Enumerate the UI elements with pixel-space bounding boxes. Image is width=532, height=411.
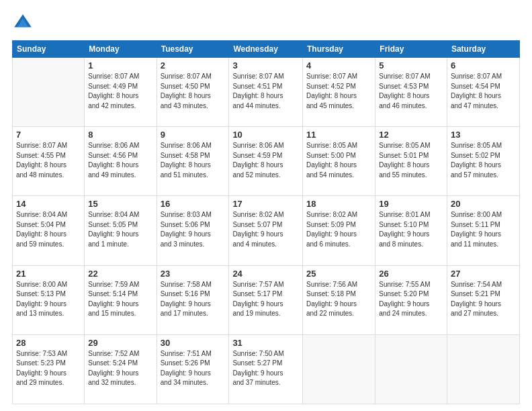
day-number: 29 <box>88 338 152 348</box>
calendar-cell: 31Sunrise: 7:50 AM Sunset: 5:27 PM Dayli… <box>229 334 303 404</box>
calendar-cell: 22Sunrise: 7:59 AM Sunset: 5:14 PM Dayli… <box>85 265 157 334</box>
cell-content: Sunrise: 7:51 AM Sunset: 5:26 PM Dayligh… <box>161 349 226 388</box>
calendar-cell: 2Sunrise: 8:07 AM Sunset: 4:50 PM Daylig… <box>157 58 229 127</box>
day-number: 23 <box>161 269 226 279</box>
cell-content: Sunrise: 8:06 AM Sunset: 4:59 PM Dayligh… <box>232 141 299 180</box>
day-number: 31 <box>232 338 299 348</box>
day-number: 11 <box>306 130 371 140</box>
cell-content: Sunrise: 8:00 AM Sunset: 5:11 PM Dayligh… <box>451 210 516 249</box>
calendar-cell: 24Sunrise: 7:57 AM Sunset: 5:17 PM Dayli… <box>229 265 303 334</box>
calendar-cell: 20Sunrise: 8:00 AM Sunset: 5:11 PM Dayli… <box>447 196 519 265</box>
calendar-cell: 3Sunrise: 8:07 AM Sunset: 4:51 PM Daylig… <box>229 58 303 127</box>
calendar-cell: 23Sunrise: 7:58 AM Sunset: 5:16 PM Dayli… <box>157 265 229 334</box>
week-row-2: 14Sunrise: 8:04 AM Sunset: 5:04 PM Dayli… <box>13 196 520 265</box>
cell-content: Sunrise: 7:55 AM Sunset: 5:20 PM Dayligh… <box>379 280 443 319</box>
calendar-cell: 25Sunrise: 7:56 AM Sunset: 5:18 PM Dayli… <box>302 265 375 334</box>
cell-content: Sunrise: 8:07 AM Sunset: 4:50 PM Dayligh… <box>161 72 226 111</box>
cell-content: Sunrise: 8:02 AM Sunset: 5:09 PM Dayligh… <box>306 210 371 249</box>
day-number: 17 <box>232 199 299 209</box>
day-number: 26 <box>379 269 443 279</box>
week-row-3: 21Sunrise: 8:00 AM Sunset: 5:13 PM Dayli… <box>13 265 520 334</box>
day-number: 2 <box>161 60 226 71</box>
calendar-cell: 30Sunrise: 7:51 AM Sunset: 5:26 PM Dayli… <box>157 334 229 404</box>
calendar-cell: 10Sunrise: 8:06 AM Sunset: 4:59 PM Dayli… <box>229 127 303 196</box>
header-monday: Monday <box>85 41 157 58</box>
day-number: 14 <box>16 199 81 209</box>
calendar-cell: 18Sunrise: 8:02 AM Sunset: 5:09 PM Dayli… <box>302 196 375 265</box>
calendar-cell: 14Sunrise: 8:04 AM Sunset: 5:04 PM Dayli… <box>13 196 85 265</box>
header-wednesday: Wednesday <box>229 41 303 58</box>
cell-content: Sunrise: 8:06 AM Sunset: 4:56 PM Dayligh… <box>88 141 152 180</box>
logo <box>12 12 36 34</box>
cell-content: Sunrise: 7:53 AM Sunset: 5:23 PM Dayligh… <box>16 349 81 388</box>
day-number: 25 <box>306 269 371 279</box>
page-header <box>12 12 520 34</box>
calendar-cell: 8Sunrise: 8:06 AM Sunset: 4:56 PM Daylig… <box>85 127 157 196</box>
header-thursday: Thursday <box>302 41 375 58</box>
header-friday: Friday <box>375 41 447 58</box>
week-row-1: 7Sunrise: 8:07 AM Sunset: 4:55 PM Daylig… <box>13 127 520 196</box>
day-number: 15 <box>88 199 152 209</box>
cell-content: Sunrise: 8:06 AM Sunset: 4:58 PM Dayligh… <box>161 141 226 180</box>
calendar-cell <box>302 334 375 404</box>
cell-content: Sunrise: 7:59 AM Sunset: 5:14 PM Dayligh… <box>88 280 152 319</box>
calendar-cell: 17Sunrise: 8:02 AM Sunset: 5:07 PM Dayli… <box>229 196 303 265</box>
header-saturday: Saturday <box>447 41 519 58</box>
day-number: 24 <box>232 269 299 279</box>
cell-content: Sunrise: 7:52 AM Sunset: 5:24 PM Dayligh… <box>88 349 152 388</box>
calendar-header-row: SundayMondayTuesdayWednesdayThursdayFrid… <box>13 41 520 58</box>
calendar-cell: 21Sunrise: 8:00 AM Sunset: 5:13 PM Dayli… <box>13 265 85 334</box>
day-number: 3 <box>232 60 299 71</box>
day-number: 18 <box>306 199 371 209</box>
cell-content: Sunrise: 8:05 AM Sunset: 5:01 PM Dayligh… <box>379 141 443 180</box>
cell-content: Sunrise: 8:00 AM Sunset: 5:13 PM Dayligh… <box>16 280 81 319</box>
calendar-cell: 15Sunrise: 8:04 AM Sunset: 5:05 PM Dayli… <box>85 196 157 265</box>
day-number: 22 <box>88 269 152 279</box>
cell-content: Sunrise: 7:54 AM Sunset: 5:21 PM Dayligh… <box>451 280 516 319</box>
calendar-cell: 7Sunrise: 8:07 AM Sunset: 4:55 PM Daylig… <box>13 127 85 196</box>
day-number: 4 <box>306 60 371 71</box>
calendar-cell: 6Sunrise: 8:07 AM Sunset: 4:54 PM Daylig… <box>447 58 519 127</box>
cell-content: Sunrise: 8:01 AM Sunset: 5:10 PM Dayligh… <box>379 210 443 249</box>
day-number: 8 <box>88 130 152 140</box>
cell-content: Sunrise: 8:07 AM Sunset: 4:52 PM Dayligh… <box>306 72 371 111</box>
cell-content: Sunrise: 7:58 AM Sunset: 5:16 PM Dayligh… <box>161 280 226 319</box>
cell-content: Sunrise: 8:04 AM Sunset: 5:05 PM Dayligh… <box>88 210 152 249</box>
cell-content: Sunrise: 8:03 AM Sunset: 5:06 PM Dayligh… <box>161 210 226 249</box>
cell-content: Sunrise: 7:50 AM Sunset: 5:27 PM Dayligh… <box>232 349 299 388</box>
day-number: 27 <box>451 269 516 279</box>
day-number: 13 <box>451 130 516 140</box>
cell-content: Sunrise: 8:04 AM Sunset: 5:04 PM Dayligh… <box>16 210 81 249</box>
cell-content: Sunrise: 8:07 AM Sunset: 4:53 PM Dayligh… <box>379 72 443 111</box>
day-number: 6 <box>451 60 516 71</box>
day-number: 20 <box>451 199 516 209</box>
calendar-cell: 27Sunrise: 7:54 AM Sunset: 5:21 PM Dayli… <box>447 265 519 334</box>
calendar-table: SundayMondayTuesdayWednesdayThursdayFrid… <box>12 40 520 404</box>
calendar-cell: 16Sunrise: 8:03 AM Sunset: 5:06 PM Dayli… <box>157 196 229 265</box>
calendar-cell: 29Sunrise: 7:52 AM Sunset: 5:24 PM Dayli… <box>85 334 157 404</box>
calendar-cell: 12Sunrise: 8:05 AM Sunset: 5:01 PM Dayli… <box>375 127 447 196</box>
day-number: 12 <box>379 130 443 140</box>
cell-content: Sunrise: 8:05 AM Sunset: 5:02 PM Dayligh… <box>451 141 516 180</box>
calendar-cell: 9Sunrise: 8:06 AM Sunset: 4:58 PM Daylig… <box>157 127 229 196</box>
calendar-cell: 11Sunrise: 8:05 AM Sunset: 5:00 PM Dayli… <box>302 127 375 196</box>
calendar-cell: 13Sunrise: 8:05 AM Sunset: 5:02 PM Dayli… <box>447 127 519 196</box>
day-number: 9 <box>161 130 226 140</box>
calendar-cell: 5Sunrise: 8:07 AM Sunset: 4:53 PM Daylig… <box>375 58 447 127</box>
week-row-4: 28Sunrise: 7:53 AM Sunset: 5:23 PM Dayli… <box>13 334 520 404</box>
cell-content: Sunrise: 8:07 AM Sunset: 4:55 PM Dayligh… <box>16 141 81 180</box>
calendar-cell: 26Sunrise: 7:55 AM Sunset: 5:20 PM Dayli… <box>375 265 447 334</box>
cell-content: Sunrise: 7:56 AM Sunset: 5:18 PM Dayligh… <box>306 280 371 319</box>
day-number: 28 <box>16 338 81 348</box>
logo-icon <box>12 12 34 34</box>
calendar-cell: 28Sunrise: 7:53 AM Sunset: 5:23 PM Dayli… <box>13 334 85 404</box>
day-number: 1 <box>88 60 152 71</box>
day-number: 21 <box>16 269 81 279</box>
cell-content: Sunrise: 8:02 AM Sunset: 5:07 PM Dayligh… <box>232 210 299 249</box>
calendar-cell <box>375 334 447 404</box>
day-number: 16 <box>161 199 226 209</box>
cell-content: Sunrise: 8:05 AM Sunset: 5:00 PM Dayligh… <box>306 141 371 180</box>
day-number: 5 <box>379 60 443 71</box>
cell-content: Sunrise: 8:07 AM Sunset: 4:54 PM Dayligh… <box>451 72 516 111</box>
calendar-cell: 1Sunrise: 8:07 AM Sunset: 4:49 PM Daylig… <box>85 58 157 127</box>
